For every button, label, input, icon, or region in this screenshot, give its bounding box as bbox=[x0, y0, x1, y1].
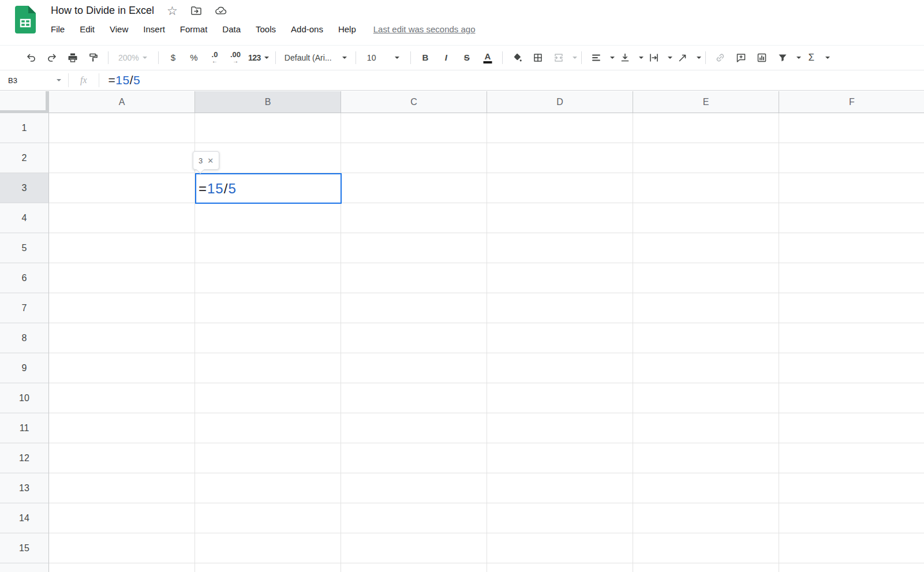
row-header[interactable]: 14 bbox=[0, 503, 49, 533]
cell[interactable] bbox=[779, 263, 924, 293]
cell[interactable] bbox=[341, 263, 487, 293]
row-header[interactable]: 12 bbox=[0, 443, 49, 473]
menu-item[interactable]: Tools bbox=[256, 24, 276, 34]
cell[interactable] bbox=[487, 173, 633, 203]
cell[interactable] bbox=[633, 113, 779, 143]
cell[interactable] bbox=[779, 143, 924, 173]
cell[interactable] bbox=[779, 293, 924, 323]
cell[interactable] bbox=[341, 203, 487, 233]
row-header[interactable]: 4 bbox=[0, 203, 49, 233]
fill-color-button[interactable] bbox=[509, 49, 525, 66]
row-header[interactable]: 15 bbox=[0, 533, 49, 563]
cell[interactable] bbox=[341, 473, 487, 503]
cell[interactable] bbox=[341, 443, 487, 473]
cell[interactable] bbox=[195, 203, 341, 233]
cell[interactable] bbox=[633, 473, 779, 503]
merge-cells-button[interactable] bbox=[551, 49, 567, 66]
cell[interactable] bbox=[49, 203, 195, 233]
cell[interactable] bbox=[779, 233, 924, 263]
formula-input[interactable]: =15/5 bbox=[109, 73, 141, 87]
text-wrap-caret[interactable] bbox=[668, 57, 672, 59]
increase-decimal-button[interactable]: .00 → bbox=[227, 49, 244, 66]
cell[interactable] bbox=[779, 503, 924, 533]
cell[interactable] bbox=[195, 353, 341, 383]
cell[interactable] bbox=[487, 323, 633, 353]
menu-item[interactable]: Format bbox=[180, 24, 208, 34]
cell[interactable] bbox=[633, 383, 779, 413]
cell[interactable] bbox=[195, 263, 341, 293]
cell[interactable] bbox=[779, 203, 924, 233]
star-icon[interactable]: ☆ bbox=[167, 5, 178, 17]
cell[interactable] bbox=[779, 443, 924, 473]
cell[interactable] bbox=[487, 533, 633, 563]
cell[interactable] bbox=[49, 563, 195, 572]
cell[interactable] bbox=[49, 113, 195, 143]
cell[interactable] bbox=[633, 323, 779, 353]
zoom-select[interactable]: 200% bbox=[115, 49, 152, 66]
cell[interactable] bbox=[487, 263, 633, 293]
merge-cells-caret[interactable] bbox=[573, 57, 577, 59]
row-header[interactable]: 10 bbox=[0, 383, 49, 413]
select-all-corner[interactable] bbox=[0, 91, 49, 113]
active-cell-editor[interactable]: =15/5 bbox=[195, 173, 342, 204]
cell[interactable] bbox=[195, 383, 341, 413]
cell[interactable] bbox=[633, 503, 779, 533]
cell[interactable] bbox=[341, 353, 487, 383]
sheets-logo-icon[interactable] bbox=[15, 6, 36, 33]
strikethrough-button[interactable]: S bbox=[459, 49, 475, 66]
cell[interactable] bbox=[633, 563, 779, 572]
cell[interactable] bbox=[195, 443, 341, 473]
borders-button[interactable] bbox=[530, 49, 546, 66]
column-header[interactable]: F bbox=[779, 91, 924, 113]
cell[interactable] bbox=[633, 533, 779, 563]
cell[interactable] bbox=[633, 293, 779, 323]
row-header[interactable]: 6 bbox=[0, 263, 49, 293]
cell[interactable] bbox=[49, 293, 195, 323]
cell[interactable] bbox=[195, 533, 341, 563]
cell[interactable] bbox=[633, 233, 779, 263]
horizontal-align-caret[interactable] bbox=[610, 57, 615, 59]
cell[interactable] bbox=[487, 233, 633, 263]
cell[interactable] bbox=[341, 173, 487, 203]
font-size-select[interactable]: 10 bbox=[362, 49, 404, 66]
column-header[interactable]: E bbox=[633, 91, 779, 113]
cell[interactable] bbox=[341, 293, 487, 323]
text-rotation-caret[interactable] bbox=[697, 57, 701, 59]
cell[interactable] bbox=[195, 233, 341, 263]
menu-item[interactable]: Help bbox=[338, 24, 356, 34]
cell[interactable] bbox=[49, 323, 195, 353]
row-header[interactable]: 9 bbox=[0, 353, 49, 383]
row-header[interactable]: 11 bbox=[0, 413, 49, 443]
cell[interactable] bbox=[49, 473, 195, 503]
cell[interactable] bbox=[779, 473, 924, 503]
functions-caret[interactable] bbox=[825, 57, 830, 59]
row-header[interactable]: 1 bbox=[0, 113, 49, 143]
cell[interactable] bbox=[195, 113, 341, 143]
menu-item[interactable]: View bbox=[110, 24, 128, 34]
cell[interactable] bbox=[195, 323, 341, 353]
cell[interactable] bbox=[341, 383, 487, 413]
row-header[interactable]: 3 bbox=[0, 173, 49, 203]
format-percent-button[interactable]: % bbox=[186, 49, 202, 66]
cell[interactable] bbox=[195, 563, 341, 572]
cell[interactable] bbox=[779, 533, 924, 563]
cell[interactable] bbox=[49, 503, 195, 533]
cell[interactable] bbox=[779, 563, 924, 572]
cell[interactable] bbox=[487, 203, 633, 233]
cell[interactable] bbox=[487, 473, 633, 503]
cell[interactable] bbox=[779, 383, 924, 413]
cell[interactable] bbox=[49, 383, 195, 413]
font-family-select[interactable]: Default (Ari... bbox=[282, 49, 349, 66]
cell[interactable] bbox=[633, 203, 779, 233]
format-currency-button[interactable]: $ bbox=[165, 49, 181, 66]
cell[interactable] bbox=[49, 443, 195, 473]
vertical-align-button[interactable] bbox=[617, 49, 633, 66]
text-rotation-button[interactable] bbox=[675, 49, 691, 66]
cell[interactable] bbox=[195, 293, 341, 323]
row-header[interactable] bbox=[0, 563, 49, 572]
cell[interactable] bbox=[341, 323, 487, 353]
last-edit-link[interactable]: Last edit was seconds ago bbox=[373, 24, 476, 34]
text-color-button[interactable]: A bbox=[480, 49, 496, 66]
redo-button[interactable] bbox=[44, 49, 60, 66]
text-wrap-button[interactable] bbox=[646, 49, 662, 66]
